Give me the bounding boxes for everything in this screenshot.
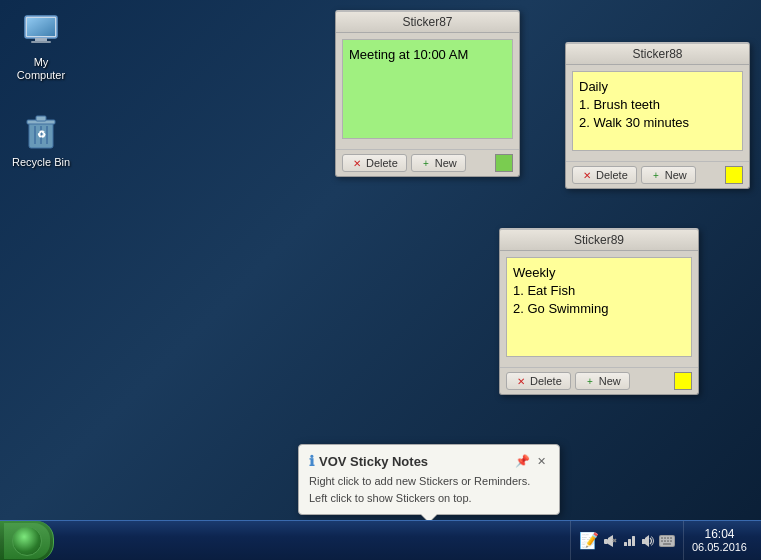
my-computer-label: My Computer: [8, 56, 74, 82]
svg-rect-31: [663, 543, 671, 545]
sticker87-window: Sticker87 Meeting at 10:00 AM ✕ Delete +…: [335, 10, 520, 177]
sticker89-window: Sticker89 Weekly 1. Eat Fish 2. Go Swimm…: [499, 228, 699, 395]
sticker88-color-swatch[interactable]: [725, 166, 743, 184]
volume-icon[interactable]: [640, 533, 656, 549]
recycle-bin-icon[interactable]: ♻ Recycle Bin: [4, 108, 78, 173]
sticker89-textarea[interactable]: Weekly 1. Eat Fish 2. Go Swimming: [506, 257, 692, 357]
svg-rect-25: [667, 537, 669, 539]
delete-icon2: ✕: [581, 169, 593, 181]
vov-popup: ℹ VOV Sticky Notes 📌 ✕ Right click to ad…: [298, 444, 560, 515]
sticker88-content: Daily 1. Brush teeth 2. Walk 30 minutes: [566, 65, 749, 161]
svg-rect-29: [667, 540, 669, 542]
clock-area[interactable]: 16:04 06.05.2016: [683, 521, 755, 560]
sticker89-delete-btn[interactable]: ✕ Delete: [506, 372, 571, 390]
taskbar-right: 📝: [570, 521, 761, 560]
svg-marker-20: [645, 535, 649, 547]
sticker88-title[interactable]: Sticker88: [566, 44, 749, 65]
sticker87-title[interactable]: Sticker87: [336, 12, 519, 33]
svg-text:♻: ♻: [37, 129, 46, 140]
sticker88-textarea[interactable]: Daily 1. Brush teeth 2. Walk 30 minutes: [572, 71, 743, 151]
windows-orb: [12, 526, 42, 556]
svg-rect-19: [642, 539, 645, 544]
sticker87-new-btn[interactable]: + New: [411, 154, 466, 172]
delete-icon: ✕: [351, 157, 363, 169]
svg-rect-17: [628, 539, 631, 546]
new-icon: +: [420, 157, 432, 169]
svg-rect-18: [632, 536, 635, 546]
sticker89-content: Weekly 1. Eat Fish 2. Go Swimming: [500, 251, 698, 367]
sticker88-window: Sticker88 Daily 1. Brush teeth 2. Walk 3…: [565, 42, 750, 189]
svg-rect-24: [664, 537, 666, 539]
start-button[interactable]: [0, 521, 54, 561]
new-icon2: +: [650, 169, 662, 181]
svg-marker-13: [608, 535, 613, 547]
sticker87-textarea[interactable]: Meeting at 10:00 AM: [342, 39, 513, 139]
vov-pin-icon[interactable]: 📌: [515, 454, 530, 468]
svg-rect-12: [604, 539, 608, 544]
delete-icon3: ✕: [515, 375, 527, 387]
sticker89-toolbar: ✕ Delete + New: [500, 367, 698, 394]
start-btn-inner: [4, 523, 50, 559]
sticker88-new-btn[interactable]: + New: [641, 166, 696, 184]
mute-icon[interactable]: [602, 533, 618, 549]
svg-rect-23: [661, 537, 663, 539]
svg-rect-7: [36, 116, 46, 121]
recycle-bin-image: ♻: [21, 112, 61, 152]
network-icon[interactable]: [621, 533, 637, 549]
svg-rect-30: [670, 540, 672, 542]
svg-rect-3: [35, 38, 47, 41]
my-computer-image: [21, 12, 61, 52]
sticker89-title[interactable]: Sticker89: [500, 230, 698, 251]
svg-rect-16: [624, 542, 627, 546]
svg-rect-27: [661, 540, 663, 542]
sticker89-color-swatch[interactable]: [674, 372, 692, 390]
vov-text-line2: Left click to show Stickers on top.: [309, 490, 549, 507]
sticker89-new-btn[interactable]: + New: [575, 372, 630, 390]
svg-rect-4: [31, 41, 51, 43]
sticker88-delete-btn[interactable]: ✕ Delete: [572, 166, 637, 184]
sticker87-color-swatch[interactable]: [495, 154, 513, 172]
svg-rect-26: [670, 537, 672, 539]
clock-date: 06.05.2016: [692, 541, 747, 554]
sticker87-content: Meeting at 10:00 AM: [336, 33, 519, 149]
tray-sticker-icon[interactable]: 📝: [579, 531, 599, 550]
systray: 📝: [570, 521, 683, 560]
vov-info-icon: ℹ: [309, 453, 314, 469]
taskbar: 📝: [0, 520, 761, 560]
vov-text-line1: Right click to add new Stickers or Remin…: [309, 473, 549, 490]
new-icon3: +: [584, 375, 596, 387]
sticker87-toolbar: ✕ Delete + New: [336, 149, 519, 176]
keyboard-icon[interactable]: [659, 533, 675, 549]
recycle-bin-label: Recycle Bin: [12, 156, 70, 169]
vov-close-btn[interactable]: ✕: [534, 454, 549, 469]
sticker88-toolbar: ✕ Delete + New: [566, 161, 749, 188]
vov-title-row: ℹ VOV Sticky Notes: [309, 453, 428, 469]
my-computer-icon[interactable]: My Computer: [4, 8, 78, 86]
vov-header: ℹ VOV Sticky Notes 📌 ✕: [309, 453, 549, 469]
sticker87-delete-btn[interactable]: ✕ Delete: [342, 154, 407, 172]
svg-rect-2: [27, 18, 55, 36]
clock-time: 16:04: [704, 527, 734, 541]
vov-title: VOV Sticky Notes: [319, 454, 428, 469]
svg-rect-28: [664, 540, 666, 542]
